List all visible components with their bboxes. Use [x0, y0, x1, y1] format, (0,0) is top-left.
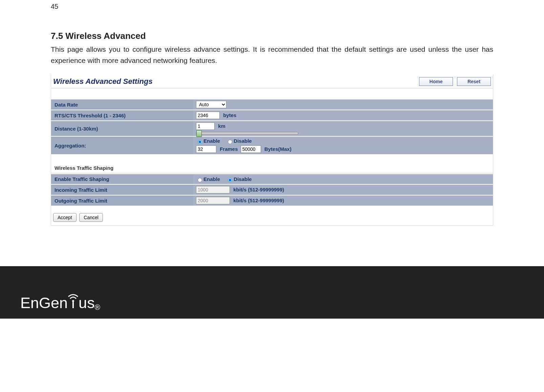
page-footer: EnGen us ® [0, 266, 544, 319]
label-rts: RTS/CTS Threshold (1 - 2346) [51, 110, 193, 121]
aggregation-bytes-label: Bytes(Max) [264, 146, 291, 152]
traffic-enable-option[interactable]: Enable [196, 176, 220, 182]
label-outgoing: Outgoing Traffic Limit [51, 195, 193, 206]
aggregation-bytes-input[interactable] [241, 145, 261, 153]
distance-slider[interactable] [196, 132, 298, 135]
label-distance: Distance (1-30km) [51, 121, 193, 136]
aggregation-frames-label: Frames [220, 146, 238, 152]
row-aggregation: Aggregation: Enable Disable Frames Bytes… [51, 136, 493, 155]
aggregation-enable-option[interactable]: Enable [196, 138, 220, 144]
label-enable-traffic: Enable Traffic Shaping [51, 174, 193, 184]
page-number: 45 [51, 3, 493, 10]
row-distance: Distance (1-30km) km [51, 121, 493, 136]
rts-unit: bytes [223, 112, 236, 118]
brand-registered: ® [95, 303, 100, 312]
wifi-icon [66, 292, 80, 313]
brand-logo: EnGen us ® [20, 292, 100, 312]
wireless-advanced-screenshot: Wireless Advanced Settings Home Reset Da… [51, 74, 493, 226]
section-intro-text: This page allows you to configure wirele… [51, 44, 493, 66]
traffic-enable-radio[interactable] [198, 178, 202, 182]
brand-text-left: EnGen [20, 294, 68, 312]
distance-input[interactable] [196, 122, 215, 130]
reset-button[interactable]: Reset [457, 77, 491, 86]
label-aggregation: Aggregation: [51, 136, 193, 155]
outgoing-input [196, 197, 230, 204]
label-data-rate: Data Rate [51, 99, 193, 110]
row-data-rate: Data Rate Auto [51, 99, 493, 110]
cancel-button[interactable]: Cancel [79, 213, 103, 222]
rts-input[interactable] [196, 112, 220, 119]
brand-text-right: us [79, 294, 95, 312]
aggregation-disable-option[interactable]: Disable [226, 138, 252, 144]
traffic-disable-option[interactable]: Disable [226, 176, 252, 182]
row-enable-traffic-shaping: Enable Traffic Shaping Enable Disable [51, 174, 493, 184]
row-incoming-limit: Incoming Traffic Limit kbit/s (512-99999… [51, 184, 493, 195]
distance-slider-thumb[interactable] [196, 130, 202, 137]
data-rate-select[interactable]: Auto [196, 101, 226, 108]
section-heading: 7.5 Wireless Advanced [51, 31, 493, 41]
svg-rect-1 [72, 302, 74, 308]
accept-button[interactable]: Accept [53, 213, 77, 222]
label-incoming: Incoming Traffic Limit [51, 184, 193, 195]
panel-title: Wireless Advanced Settings [53, 77, 415, 86]
incoming-unit: kbit/s (512-99999999) [233, 187, 284, 192]
aggregation-enable-radio[interactable] [198, 140, 202, 144]
incoming-input [196, 186, 230, 193]
svg-point-0 [72, 300, 74, 302]
aggregation-frames-input[interactable] [196, 145, 216, 153]
aggregation-disable-radio[interactable] [228, 140, 232, 144]
traffic-disable-radio[interactable] [228, 178, 232, 182]
distance-unit: km [218, 123, 225, 129]
traffic-shaping-heading: Wireless Traffic Shaping [51, 155, 493, 174]
row-rts: RTS/CTS Threshold (1 - 2346) bytes [51, 110, 493, 121]
home-button[interactable]: Home [419, 77, 453, 86]
outgoing-unit: kbit/s (512-99999999) [233, 198, 284, 203]
row-outgoing-limit: Outgoing Traffic Limit kbit/s (512-99999… [51, 195, 493, 206]
